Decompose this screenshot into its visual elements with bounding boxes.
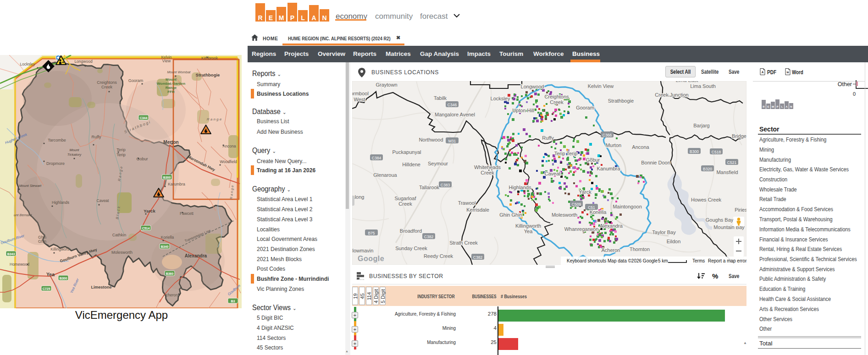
svg-text:B340: B340 xyxy=(161,245,169,248)
svg-text:Barjarg: Barjarg xyxy=(693,123,709,128)
svg-text:B3: B3 xyxy=(231,300,235,303)
svg-text:Killingworth: Killingworth xyxy=(50,247,71,251)
svg-text:M31: M31 xyxy=(448,139,456,143)
svg-text:Lima South: Lima South xyxy=(690,83,716,89)
svg-text:Kithbrook: Kithbrook xyxy=(201,56,218,60)
svg-text:Strathbogie: Strathbogie xyxy=(196,72,220,77)
svg-text:West: West xyxy=(354,97,365,102)
svg-text:Puckapunyal: Puckapunyal xyxy=(393,149,421,155)
svg-text:Ruffy: Ruffy xyxy=(92,135,101,139)
svg-text:Gooram: Gooram xyxy=(576,105,594,110)
svg-text:Ghin Ghin: Ghin Ghin xyxy=(499,212,522,218)
svg-text:C346: C346 xyxy=(448,103,457,107)
svg-text:Dropmore: Dropmore xyxy=(46,161,65,166)
svg-text:Google: Google xyxy=(358,255,384,262)
svg-text:Sunday Creek: Sunday Creek xyxy=(395,246,427,251)
svg-text:illowmavin: illowmavin xyxy=(352,248,373,253)
svg-text:C384: C384 xyxy=(372,156,381,160)
svg-text:Thornton: Thornton xyxy=(630,246,650,252)
svg-text:Locksley: Locksley xyxy=(491,96,510,101)
svg-text:Trawool: Trawool xyxy=(458,200,476,206)
svg-text:Mangalore Avenel: Mangalore Avenel xyxy=(435,112,475,117)
svg-text:C344: C344 xyxy=(140,116,148,120)
svg-text:Fawcett: Fawcett xyxy=(180,211,194,216)
svg-text:Terip Terip: Terip Terip xyxy=(554,151,578,156)
svg-text:Woodfield: Woodfield xyxy=(220,159,237,164)
svg-text:B320: B320 xyxy=(703,167,712,171)
svg-text:Yarck: Yarck xyxy=(144,208,155,213)
svg-text:Creek Junction: Creek Junction xyxy=(655,92,688,98)
svg-text:Tabilk: Tabilk xyxy=(434,95,447,101)
svg-text:Piries: Piries xyxy=(735,207,746,213)
svg-text:Creightons: Creightons xyxy=(544,94,569,99)
svg-text:Hilldene: Hilldene xyxy=(402,162,420,167)
svg-text:Glenaroua: Glenaroua xyxy=(373,172,397,178)
svg-text:Mount: Mount xyxy=(166,77,177,82)
svg-text:Locksley: Locksley xyxy=(20,62,35,66)
svg-text:Kerrisdale: Kerrisdale xyxy=(466,207,489,213)
svg-text:Goughs Bay: Goughs Bay xyxy=(706,217,734,223)
svg-text:Creek: Creek xyxy=(398,201,412,207)
svg-text:Kanumbra: Kanumbra xyxy=(597,166,621,171)
svg-text:R a n g e: R a n g e xyxy=(207,117,222,121)
svg-text:Creek: Creek xyxy=(550,99,564,105)
svg-text:Upton Hill: Upton Hill xyxy=(512,108,534,113)
svg-text:Bridge: Bridge xyxy=(732,133,746,139)
svg-text:View: View xyxy=(162,59,171,63)
svg-text:Mount: Mount xyxy=(70,148,80,152)
svg-text:Graytown: Graytown xyxy=(376,82,397,87)
svg-text:Whanregarwon: Whanregarwon xyxy=(564,226,599,232)
svg-text:Map data ©2026 Google: Map data ©2026 Google xyxy=(608,258,658,263)
svg-text:Terms: Terms xyxy=(692,258,705,263)
svg-text:Wombat-Garden: Wombat-Garden xyxy=(157,82,185,86)
svg-text:Murton: Murton xyxy=(606,142,621,148)
svg-text:Kelvin View: Kelvin View xyxy=(588,83,614,89)
svg-text:Koriella: Koriella xyxy=(161,235,174,240)
svg-text:Strathbogie: Strathbogie xyxy=(608,98,634,104)
svg-text:Highlands: Highlands xyxy=(52,200,69,205)
svg-text:Whiteheads: Whiteheads xyxy=(474,164,501,170)
svg-text:Limestone: Limestone xyxy=(91,285,111,289)
svg-text:Gooram: Gooram xyxy=(128,78,144,83)
svg-text:C521: C521 xyxy=(727,160,737,165)
svg-text:C366: C366 xyxy=(603,133,612,137)
svg-text:unt Bernard: unt Bernard xyxy=(14,213,32,217)
svg-text:Creek: Creek xyxy=(481,170,494,175)
svg-text:FFR: FFR xyxy=(167,90,175,94)
svg-text:Tallarook: Tallarook xyxy=(419,185,440,190)
svg-text:Keyboard shortcuts: Keyboard shortcuts xyxy=(567,258,606,263)
svg-text:Strath Creek: Strath Creek xyxy=(449,240,478,246)
svg-text:B300: B300 xyxy=(690,149,699,154)
svg-text:Tickatory: Tickatory xyxy=(67,153,82,157)
svg-text:Creek: Creek xyxy=(101,85,113,89)
svg-text:ormbool: ormbool xyxy=(352,91,369,96)
svg-text:Homewood: Homewood xyxy=(10,262,29,267)
svg-text:Acheron: Acheron xyxy=(163,293,178,297)
svg-text:Terip: Terip xyxy=(116,153,126,157)
svg-text:C509: C509 xyxy=(572,202,581,207)
svg-text:Caveat: Caveat xyxy=(545,171,561,176)
svg-text:Killingworth: Killingworth xyxy=(515,223,541,229)
svg-text:Reedy Creek: Reedy Creek xyxy=(424,253,453,259)
svg-text:Lima East: Lima East xyxy=(676,81,698,83)
svg-text:Longwood: Longwood xyxy=(521,84,544,89)
svg-text:Molesworth: Molesworth xyxy=(111,250,133,255)
svg-text:Terip: Terip xyxy=(116,147,126,152)
svg-text:Mansfield: Mansfield xyxy=(716,169,738,175)
svg-text:Gobur: Gobur xyxy=(586,157,600,163)
svg-text:Acheron: Acheron xyxy=(602,247,620,253)
svg-text:Tarcombe: Tarcombe xyxy=(48,138,66,142)
svg-text:C382: C382 xyxy=(424,235,434,239)
svg-text:Molesworth: Molesworth xyxy=(552,212,577,218)
svg-text:Range: Range xyxy=(166,86,177,90)
svg-text:Ruffy: Ruffy xyxy=(542,135,554,141)
svg-text:Maintongoon: Maintongoon xyxy=(613,204,642,209)
svg-text:C518: C518 xyxy=(712,150,721,154)
svg-text:Cathkin: Cathkin xyxy=(112,233,127,237)
svg-text:Longwood: Longwood xyxy=(74,59,93,64)
svg-text:Yarck: Yarck xyxy=(579,189,592,195)
svg-text:Karumbra: Karumbra xyxy=(168,182,185,186)
svg-text:C382: C382 xyxy=(473,255,483,260)
svg-text:Eildon: Eildon xyxy=(667,239,681,244)
svg-text:Yea: Yea xyxy=(46,272,55,277)
